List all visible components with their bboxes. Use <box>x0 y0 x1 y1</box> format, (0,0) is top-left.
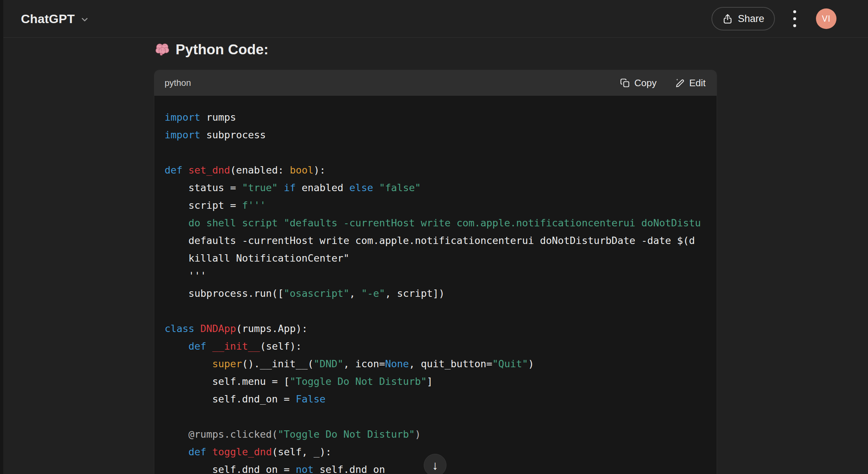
code-block-header: python Copy Edit <box>154 70 717 96</box>
arrow-down-icon: ↓ <box>432 458 438 473</box>
top-bar: ChatGPT Share VI <box>3 0 868 38</box>
code-line: def __init__(self): <box>165 338 706 355</box>
code-line: self.dnd_on = False <box>165 390 706 408</box>
code-line: import rumps <box>165 109 706 126</box>
kebab-dot <box>793 10 796 13</box>
code-line: script = f''' <box>165 197 706 214</box>
code-line <box>165 144 706 161</box>
code-line: ''' <box>165 267 706 285</box>
code-line <box>165 408 706 426</box>
code-line <box>165 302 706 320</box>
code-line: self.menu = ["Toggle Do Not Disturb"] <box>165 373 706 390</box>
brain-emoji-icon <box>154 41 171 58</box>
copy-label: Copy <box>634 77 656 89</box>
code-actions: Copy Edit <box>620 77 706 89</box>
copy-button[interactable]: Copy <box>620 77 656 89</box>
code-line: import subprocess <box>165 126 706 144</box>
code-line: do shell script "defaults -currentHost w… <box>165 214 706 232</box>
share-button[interactable]: Share <box>711 7 775 30</box>
sidebar-edge <box>0 0 3 474</box>
edit-icon <box>675 78 685 88</box>
share-icon <box>722 13 733 24</box>
kebab-dot <box>793 17 796 20</box>
code-content[interactable]: import rumpsimport subprocess def set_dn… <box>154 96 717 474</box>
language-label: python <box>165 78 191 88</box>
chevron-down-icon <box>80 15 89 24</box>
top-bar-actions: Share VI <box>711 7 836 30</box>
code-line: @rumps.clicked("Toggle Do Not Disturb") <box>165 426 706 443</box>
code-line: subprocess.run(["osascript", "-e", scrip… <box>165 285 706 302</box>
app-title: ChatGPT <box>21 12 75 26</box>
code-line: defaults -currentHost write com.apple.no… <box>165 232 706 249</box>
code-line: super().__init__("DND", icon=None, quit_… <box>165 355 706 373</box>
code-line: def set_dnd(enabled: bool): <box>165 161 706 179</box>
avatar-initials: VI <box>822 14 831 24</box>
code-block: python Copy Edit import rumpsimport subp… <box>154 70 717 474</box>
more-options-button[interactable] <box>791 8 798 29</box>
message-heading-text: Python Code: <box>176 41 268 58</box>
scroll-to-bottom-button[interactable]: ↓ <box>424 454 446 474</box>
edit-label: Edit <box>689 77 706 89</box>
kebab-dot <box>793 24 796 27</box>
code-line: status = "true" if enabled else "false" <box>165 179 706 197</box>
edit-button[interactable]: Edit <box>675 77 706 89</box>
share-label: Share <box>738 13 764 25</box>
copy-icon <box>620 78 630 88</box>
chatgpt-window: ChatGPT Share VI <box>0 0 868 474</box>
code-line: class DNDApp(rumps.App): <box>165 320 706 338</box>
model-switcher[interactable]: ChatGPT <box>21 12 89 26</box>
user-avatar-button[interactable]: VI <box>816 8 836 29</box>
code-line: killall NotificationCenter" <box>165 249 706 267</box>
message-heading: Python Code: <box>154 41 268 58</box>
